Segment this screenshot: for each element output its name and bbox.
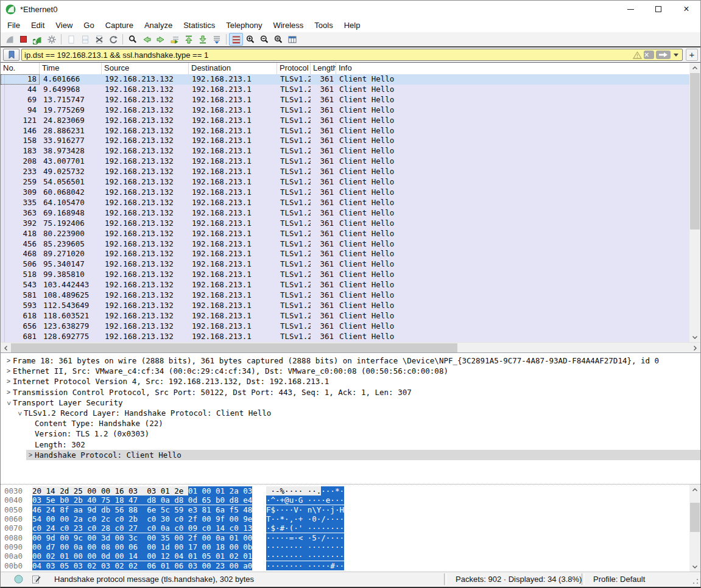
packet-list-hscrollbar[interactable] [1, 342, 700, 352]
detail-line[interactable]: >Transport Layer Security [1, 397, 700, 408]
go-last-packet-button[interactable] [196, 33, 210, 46]
detail-line[interactable]: >Handshake Protocol: Client Hello [1, 450, 700, 460]
ascii-bytes[interactable]: ········ ········ [266, 542, 344, 551]
start-capture-button[interactable] [2, 33, 16, 46]
filter-bookmark-button[interactable] [3, 49, 19, 61]
hex-row[interactable]: 00a000 02 01 00 00 0d 00 14 00 12 04 01 … [4, 551, 700, 561]
hex-bytes[interactable]: c0 24 c0 23 c0 28 c0 27 c0 0a c0 09 c0 1… [32, 523, 259, 533]
hex-bytes[interactable]: 20 14 2d 25 00 00 16 03 03 01 2e 01 00 0… [32, 486, 259, 495]
packet-row[interactable]: 39275.192406192.168.213.132192.168.213.1… [1, 219, 691, 229]
scrollbar-thumb[interactable] [690, 73, 700, 229]
scroll-left-icon[interactable] [1, 343, 11, 353]
go-to-packet-button[interactable] [167, 33, 181, 46]
expander-icon[interactable]: > [26, 450, 35, 460]
expander-icon[interactable]: > [4, 399, 14, 407]
column-header-no[interactable]: No. [1, 63, 40, 74]
hex-bytes[interactable]: 54 00 00 2a c0 2c c0 2b c0 30 c0 2f 00 9… [32, 514, 259, 523]
open-file-button[interactable] [64, 33, 78, 46]
packet-row[interactable]: 41880.223900192.168.213.132192.168.213.1… [1, 229, 691, 239]
packet-row[interactable]: 25954.056501192.168.213.132192.168.213.1… [1, 177, 691, 187]
packet-row[interactable]: 18338.973428192.168.213.132192.168.213.1… [1, 146, 691, 156]
capture-options-button[interactable] [44, 33, 58, 46]
hex-bytes[interactable]: 46 24 8f aa 9d db 56 88 6e 5c 59 e3 81 6… [32, 505, 259, 514]
expander-icon[interactable]: > [15, 409, 25, 418]
menu-item-wireless[interactable]: Wireless [267, 19, 309, 32]
hex-bytes[interactable]: 00 02 01 00 00 0d 00 14 00 12 04 01 05 0… [32, 551, 259, 561]
close-button[interactable]: × [672, 1, 700, 18]
packet-row[interactable]: 184.601666192.168.213.132192.168.213.1TL… [1, 74, 691, 85]
menu-item-file[interactable]: File [2, 19, 26, 32]
colorize-packets-button[interactable] [229, 33, 243, 46]
hex-bytes[interactable]: 04 03 05 03 02 03 02 02 06 01 06 03 00 2… [32, 561, 259, 570]
menu-item-analyze[interactable]: Analyze [139, 19, 178, 32]
filter-clear-button[interactable]: ✕ [644, 51, 654, 59]
go-forward-button[interactable] [153, 33, 167, 46]
ascii-bytes[interactable]: ·-%···· ··.···*· [266, 486, 344, 495]
detail-line[interactable]: >Internet Protocol Version 4, Src: 192.1… [1, 376, 700, 387]
packet-row[interactable]: 51899.385810192.168.213.132192.168.213.1… [1, 270, 691, 280]
detail-line[interactable]: Length: 302 [1, 439, 700, 450]
hex-bytes[interactable]: 00 9d 00 9c 00 3d 00 3c 00 35 00 2f 00 0… [32, 533, 259, 542]
detail-line[interactable]: Content Type: Handshake (22) [1, 418, 700, 429]
detail-line[interactable]: >TLSv1.2 Record Layer: Handshake Protoco… [1, 408, 700, 418]
find-packet-button[interactable] [125, 33, 139, 46]
detail-line[interactable]: >Frame 18: 361 bytes on wire (2888 bits)… [1, 355, 700, 366]
close-file-button[interactable] [92, 33, 106, 46]
menu-item-tools[interactable]: Tools [309, 19, 338, 32]
packet-row[interactable]: 12124.823069192.168.213.132192.168.213.1… [1, 116, 691, 126]
packet-row[interactable]: 36369.168948192.168.213.132192.168.213.1… [1, 208, 691, 219]
packet-row[interactable]: 6913.715747192.168.213.132192.168.213.1T… [1, 95, 691, 105]
packet-row[interactable]: 593112.543649192.168.213.132192.168.213.… [1, 301, 691, 311]
packet-row[interactable]: 681128.692775192.168.213.132192.168.213.… [1, 332, 691, 342]
reload-file-button[interactable] [106, 33, 120, 46]
hex-bytes[interactable]: 00 d7 00 0a 00 08 00 06 00 1d 00 17 00 1… [32, 542, 259, 551]
scroll-right-icon[interactable] [690, 343, 700, 353]
column-header-protocol[interactable]: Protocol [277, 63, 311, 74]
scroll-up-icon[interactable] [689, 485, 700, 494]
ascii-bytes[interactable]: ········ ········ [266, 551, 344, 561]
restart-capture-button[interactable] [30, 33, 44, 46]
auto-scroll-button[interactable] [210, 33, 224, 46]
packet-row[interactable]: 656123.638279192.168.213.132192.168.213.… [1, 321, 691, 332]
scrollbar-thumb[interactable] [690, 503, 700, 532]
filter-apply-button[interactable] [656, 51, 671, 59]
zoom-in-button[interactable] [243, 33, 257, 46]
ascii-bytes[interactable]: ·^·+@u·G ····e··· [266, 495, 344, 505]
zoom-reset-button[interactable] [271, 33, 285, 46]
hex-row[interactable]: 00b004 03 05 03 02 03 02 02 06 01 06 03 … [4, 561, 700, 570]
expander-icon[interactable]: > [4, 366, 13, 376]
hex-row[interactable]: 008000 9d 00 9c 00 3d 00 3c 00 35 00 2f … [4, 533, 700, 542]
menu-item-edit[interactable]: Edit [26, 19, 50, 32]
hex-bytes[interactable]: 03 5e b0 2b 40 75 18 47 d8 0a d8 0d 65 b… [32, 495, 259, 505]
filter-dropdown-icon[interactable] [674, 54, 678, 57]
add-filter-button[interactable]: + [686, 49, 698, 61]
packet-row[interactable]: 20843.007701192.168.213.132192.168.213.1… [1, 156, 691, 167]
packet-row[interactable]: 543103.442443192.168.213.132192.168.213.… [1, 280, 691, 290]
ascii-bytes[interactable]: ········ ·····#·· [266, 561, 344, 570]
packet-list-scrollbar[interactable] [689, 63, 700, 342]
ascii-bytes[interactable]: F$····V· n\Y··j·H [266, 505, 344, 514]
packet-row[interactable]: 23349.025732192.168.213.132192.168.213.1… [1, 167, 691, 177]
scroll-up-icon[interactable] [689, 63, 700, 72]
display-filter-input[interactable] [24, 51, 631, 60]
column-header-info[interactable]: Info [336, 63, 691, 74]
packet-row[interactable]: 33564.105470192.168.213.132192.168.213.1… [1, 198, 691, 208]
packet-row[interactable]: 14628.886231192.168.213.132192.168.213.1… [1, 126, 691, 136]
packet-row[interactable]: 46889.271020192.168.213.132192.168.213.1… [1, 249, 691, 259]
packet-row[interactable]: 449.649968192.168.213.132192.168.213.1TL… [1, 85, 691, 95]
packet-row[interactable]: 618118.603521192.168.213.132192.168.213.… [1, 311, 691, 321]
hex-row[interactable]: 005046 24 8f aa 9d db 56 88 6e 5c 59 e3 … [4, 505, 700, 514]
zoom-out-button[interactable] [257, 33, 271, 46]
menu-item-statistics[interactable]: Statistics [178, 19, 220, 32]
maximize-button[interactable] [644, 1, 672, 18]
hex-row[interactable]: 0070c0 24 c0 23 c0 28 c0 27 c0 0a c0 09 … [4, 523, 700, 533]
ascii-bytes[interactable]: ·····=·< ·5·/···· [266, 533, 344, 542]
column-header-destination[interactable]: Destination [189, 63, 277, 74]
menu-item-go[interactable]: Go [78, 19, 99, 32]
resize-columns-button[interactable] [285, 33, 299, 46]
bytes-pane-scrollbar[interactable] [689, 485, 700, 572]
display-filter-field[interactable]: ✕ [21, 49, 683, 61]
capture-comment-button[interactable] [32, 575, 41, 584]
scroll-down-icon[interactable] [689, 332, 700, 342]
stop-capture-button[interactable] [16, 33, 30, 46]
